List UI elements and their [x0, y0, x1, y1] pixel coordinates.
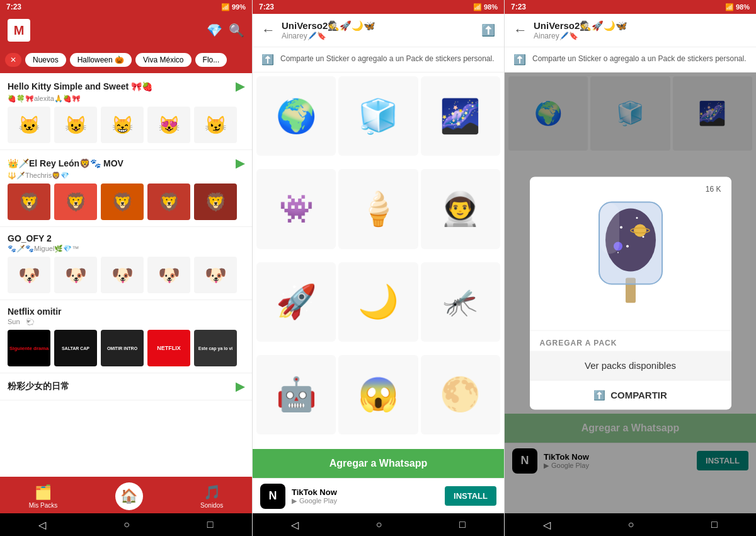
play-icon: ▶: [236, 79, 244, 93]
back-button-2[interactable]: ◁: [291, 519, 299, 531]
diamond-icon[interactable]: 💎: [207, 23, 222, 38]
panel-sticker-share: 7:23 📶 98% ← UniVerso2🕵️🚀🌙🦋 Ainarey🖊️🔖 ⬆…: [504, 0, 756, 536]
pack-title: 粉彩少女的日常: [8, 381, 69, 392]
pack-stickers-row: 🦁 🦁 🦁 🦁 🦁: [8, 184, 244, 220]
pack-title-3: UniVerso2🕵️🚀🌙🦋: [534, 20, 747, 32]
pack-author: 🔱🗡️Thechris🦁💎: [8, 172, 244, 180]
add-whatsapp-button[interactable]: Agregar a Whatsapp: [253, 449, 504, 478]
nav-my-packs[interactable]: 🗂️ Mis Packs: [29, 484, 58, 509]
pack-title: Netflix omitir: [8, 306, 62, 317]
battery-1: 99%: [232, 3, 246, 11]
nav-home-button[interactable]: 🏠: [115, 482, 143, 510]
recents-button-3[interactable]: □: [711, 519, 718, 530]
nav-sounds[interactable]: 🎵 Sonidos: [200, 484, 223, 509]
pack-header-author: Ainarey🖊️🔖: [282, 32, 475, 40]
pack-stickers-row: Siguiente drama SALTAR CAP OMITIR INTRO …: [8, 330, 244, 366]
sticker-cell[interactable]: 🌙: [338, 262, 418, 342]
list-item[interactable]: Hello Kitty Simple and Sweet 🎀🍓 ▶ 🍓🍀🎀ale…: [0, 73, 252, 150]
ad-store: ▶ Google Play: [292, 497, 438, 505]
time-3: 7:23: [511, 3, 526, 11]
pack-author: 🐾🗡️🐾Miguel🌿💎™: [8, 245, 244, 253]
chip-flowers[interactable]: Flo...: [195, 53, 227, 67]
google-play-icon: ▶: [292, 497, 297, 505]
nav-label-packs: Mis Packs: [29, 502, 58, 509]
play-icon: ▶: [236, 380, 244, 393]
sticker-cell[interactable]: 🦟: [421, 262, 500, 342]
search-icon[interactable]: 🔍: [229, 23, 244, 38]
svg-point-5: [626, 245, 629, 247]
sticker-thumb: SALTAR CAP: [54, 330, 97, 366]
home-button-3[interactable]: ○: [628, 519, 634, 530]
chip-halloween[interactable]: Halloween 🎃: [70, 53, 132, 67]
panel3-content: 🌍 🧊 🌌 16 K: [505, 73, 756, 513]
sticker-cell[interactable]: 🌌: [421, 76, 500, 156]
status-icons-3: 📶 98%: [725, 3, 750, 11]
battery-3: 98%: [736, 3, 750, 11]
ad-app-title: TikTok Now: [292, 487, 438, 497]
sticker-cell[interactable]: 🍦: [338, 169, 418, 248]
sticker-grid: 🌍 🧊 🌌 👾 🍦 👨‍🚀 🚀 🌙 🦟 🤖 😱 🌕: [253, 73, 504, 449]
top-bar-1: M 💎 🔍: [0, 14, 252, 47]
remove-filter-chip[interactable]: ✕: [5, 53, 21, 67]
sticker-thumb: 🐶: [54, 257, 97, 293]
share-button[interactable]: ⬆️ COMPARTIR: [530, 380, 731, 409]
sticker-cell[interactable]: 🌍: [256, 76, 336, 156]
time-2: 7:23: [259, 3, 274, 11]
android-nav-2: ◁ ○ □: [253, 513, 504, 536]
list-item[interactable]: 粉彩少女的日常 ▶: [0, 373, 252, 400]
app-logo: M: [8, 19, 30, 42]
share-note-3: ⬆️ Comparte un Sticker o agregalo a un P…: [505, 47, 756, 73]
android-nav-1: ◁ ○ □: [0, 513, 252, 536]
pack-header-3: ← UniVerso2🕵️🚀🌙🦋 Ainarey🖊️🔖: [505, 14, 756, 47]
signal-icon-3: 📶: [725, 3, 734, 11]
chip-nuevos[interactable]: Nuevos: [25, 53, 66, 67]
ver-packs-button[interactable]: Ver packs disponibles: [530, 351, 731, 379]
svg-point-8: [634, 224, 646, 236]
back-button-3[interactable]: ◁: [543, 519, 551, 531]
featured-sticker: [587, 189, 675, 317]
back-button[interactable]: ◁: [38, 519, 46, 531]
sticker-cell[interactable]: 🤖: [256, 355, 336, 434]
pack-title: Hello Kitty Simple and Sweet 🎀🍓: [8, 81, 152, 91]
recents-button[interactable]: □: [207, 519, 214, 530]
status-bar-2: 7:23 📶 98%: [253, 0, 504, 14]
pack-header: ← UniVerso2🕵️🚀🌙🦋 Ainarey🖊️🔖 ⬆️: [253, 14, 504, 47]
sticker-cell[interactable]: 🌕: [421, 355, 500, 434]
sticker-thumb: 🐶: [147, 257, 190, 293]
pack-title: 👑🗡️El Rey León🦁🐾 MOV: [8, 158, 123, 168]
status-icons-2: 📶 98%: [473, 3, 498, 11]
list-item[interactable]: GO_OFY 2 🐾🗡️🐾Miguel🌿💎™ 🐶 🐶 🐶 🐶 🐶: [0, 227, 252, 300]
back-arrow-3[interactable]: ←: [513, 22, 527, 38]
pack-author: 🍓🍀🎀alexita🙏🍓🎀: [8, 95, 244, 103]
signal-icon-2: 📶: [473, 3, 482, 11]
share-icon-header[interactable]: ⬆️: [481, 23, 495, 37]
android-nav-3: ◁ ○ □: [505, 513, 756, 536]
sticker-cell[interactable]: 👨‍🚀: [421, 169, 500, 248]
play-icon: ▶: [236, 156, 244, 170]
back-arrow[interactable]: ←: [261, 22, 275, 38]
chip-mexico[interactable]: Viva México: [135, 53, 191, 67]
status-bar-1: 7:23 📶 99%: [0, 0, 252, 14]
panel-main: 7:23 📶 99% M 💎 🔍 ✕ Nuevos Halloween 🎃 Vi…: [0, 0, 252, 536]
sounds-icon: 🎵: [203, 484, 220, 501]
size-badge: 16 K: [706, 184, 721, 193]
list-item[interactable]: Netflix omitir Sun 🐑 Siguiente drama SAL…: [0, 300, 252, 373]
sticker-cell[interactable]: 👾: [256, 169, 336, 248]
sticker-cell[interactable]: 🧊: [338, 76, 418, 156]
modal-sticker-preview: 16 K: [530, 177, 731, 330]
home-button[interactable]: ○: [123, 519, 130, 530]
list-item[interactable]: 👑🗡️El Rey León🦁🐾 MOV ▶ 🔱🗡️Thechris🦁💎 🦁 🦁…: [0, 150, 252, 227]
sticker-cell[interactable]: 🚀: [256, 262, 336, 342]
packs-icon: 🗂️: [35, 484, 52, 501]
share-note-icon-3: ⬆️: [513, 54, 526, 66]
sticker-cell[interactable]: 😱: [338, 355, 418, 434]
ad-banner: N TikTok Now ▶ Google Play INSTALL: [253, 478, 504, 513]
ad-install-button[interactable]: INSTALL: [445, 486, 496, 506]
pack-stickers-row: 🐶 🐶 🐶 🐶 🐶: [8, 257, 244, 293]
svg-rect-11: [600, 203, 619, 253]
home-button-2[interactable]: ○: [376, 519, 382, 530]
category-bar: ✕ Nuevos Halloween 🎃 Viva México Flo...: [0, 47, 252, 73]
svg-point-4: [636, 217, 638, 219]
battery-2: 98%: [484, 3, 498, 11]
recents-button-2[interactable]: □: [459, 519, 466, 530]
